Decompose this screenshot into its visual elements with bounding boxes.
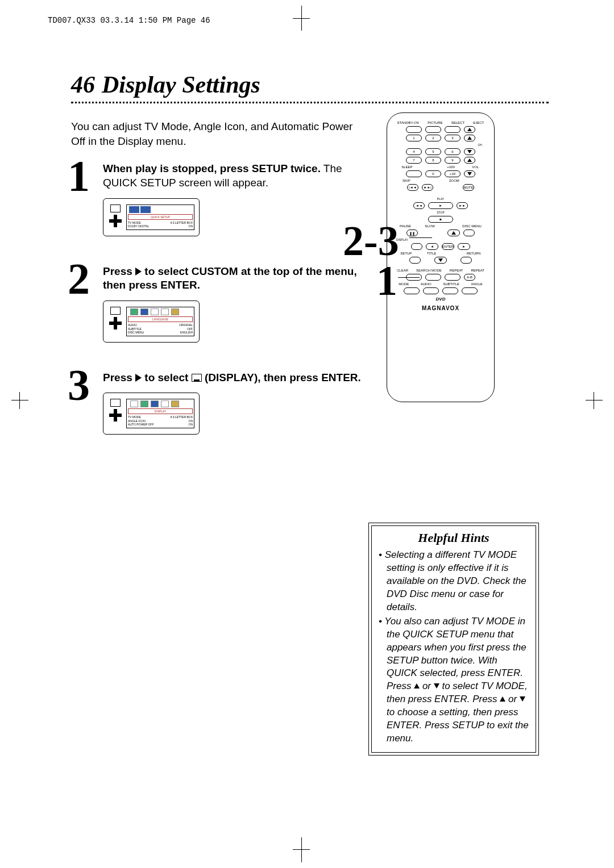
step-number: 3 [68,360,90,411]
down-arrow-icon [434,683,439,688]
remote-label: CLEAR [397,269,408,272]
step-mid: to select [142,372,192,383]
step-text: Press to select (DISPLAY), then press EN… [103,371,378,385]
remote-label: DISC MENU [462,224,482,228]
remote-key: 3 [445,135,460,141]
remote-label: SLEEP [401,165,412,169]
title-rule [71,102,549,103]
remote-label: AUDIO [421,282,432,286]
step-post: (DISPLAY), then press ENTER. [202,372,361,383]
remote-label: ANGLE [471,282,482,286]
intro-text: You can adjust TV Mode, Angle Icon, and … [71,119,367,148]
kv-val: ENGLISH [180,331,193,335]
page-number: 46 [71,71,95,98]
remote-key: 1 [406,135,422,141]
screen-banner: LANGUAGE [128,316,193,322]
remote-label: VOL. [472,165,480,169]
step-pre: Press [103,372,135,383]
remote-label: CH. [393,143,488,147]
page-title: Display Settings [102,71,260,98]
hint-item: • Selecting a different TV MODE setting … [379,549,529,614]
remote-key: A-B [464,274,475,281]
remote-key: 9 [445,157,460,164]
remote-label: MODE [399,282,409,286]
kv-key: AUTO POWER OFF [128,423,154,427]
remote-key: 8 [425,157,441,164]
remote-key: ENTER [442,243,454,250]
step-text: Press to select CUSTOM at the top of the… [103,265,378,293]
screen-diagram: LANGUAGE AUDIOORIGINAL SUBTITLEOFF DISC … [103,301,200,343]
remote-label: DISPLAY [393,238,488,241]
remote-key: MUTE [463,184,474,191]
step-pre: Press [103,265,135,277]
remote-key: 7 [406,157,422,164]
remote-key: 4 [406,148,422,155]
remote-key: +10 [445,170,460,177]
remote-label: STANDBY-ON [397,121,419,124]
screen-diagram: DISPLAY TV MODE4:3 LETTER BOX ANGLE ICON… [103,393,200,435]
remote-label: SELECT [451,121,464,124]
remote-label: EJECT [473,121,484,124]
remote-label: REPEAT [471,269,484,272]
remote-label: PICTURE [428,121,442,124]
step-number: 2 [68,253,90,304]
remote-label: PLAY [393,197,488,201]
screen-diagram: QUICK SETUP TV MODE4:3 LETTER BOX DOLBY … [103,198,200,236]
file-header: TD007.QX33 03.3.14 1:50 PM Page 46 [48,16,210,25]
up-arrow-icon [414,683,420,688]
right-arrow-icon [135,374,142,382]
step-bold: When play is stopped, press SETUP twice. [103,162,321,174]
down-arrow-icon [520,696,525,702]
step-text: When play is stopped, press SETUP twice.… [103,162,378,190]
remote-label: SEARCH MODE [416,269,442,272]
hint-item: • You also can adjust TV MODE in the QUI… [379,615,529,745]
kv-key: DISC MENU [128,331,144,335]
remote-label: RETURN [467,252,481,255]
screen-banner: DISPLAY [128,408,193,414]
right-arrow-icon [135,268,142,276]
remote-key: 2 [425,135,441,141]
remote-diagram: STANDBY-ON PICTURE SELECT EJECT 123 CH. … [387,112,495,402]
remote-label: SETUP [400,252,412,255]
screen-banner: QUICK SETUP [128,214,193,220]
kv-key: DOLBY DIGITAL [128,224,149,228]
remote-label: SKIP [403,179,410,182]
remote-key: ◄◄ [413,202,425,209]
remote-label: SUBTITLE [443,282,459,286]
remote-label: ZOOM [449,179,459,182]
remote-label: PAUSE [400,224,411,228]
up-arrow-icon [500,696,505,702]
remote-label: REPEAT [450,269,463,272]
kv-val: ON [189,224,193,228]
dvd-logo: DVD [393,297,488,302]
hints-title: Helpful Hints [379,531,529,545]
remote-key: 0 [425,170,441,177]
remote-label: SLOW [425,224,435,228]
kv-val: ON [189,423,193,427]
remote-label: STOP [393,211,488,214]
remote-key: 6 [445,148,460,155]
remote-label: TITLE [427,252,436,255]
remote-key: 5 [425,148,441,155]
remote-key: ►► [457,202,468,209]
remote-label: +100 [447,165,455,169]
step-number: 1 [68,151,90,202]
hint-text: Selecting a different TV MODE setting is… [385,549,526,612]
hints-box: Helpful Hints • Selecting a different TV… [368,523,539,756]
brand-logo: MAGNAVOX [393,305,488,311]
display-icon [192,374,202,382]
